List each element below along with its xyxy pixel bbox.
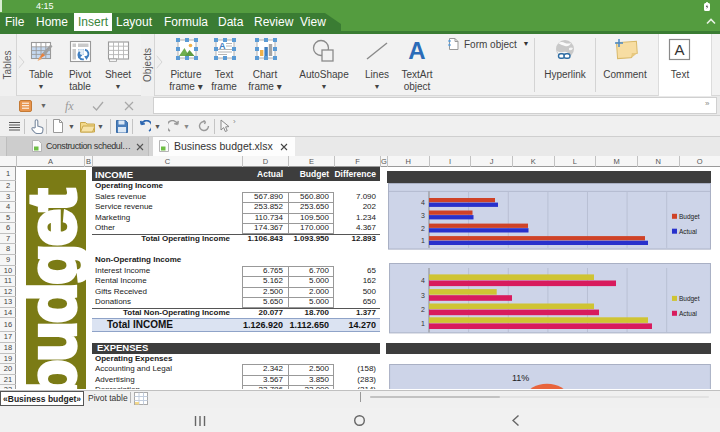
svg-text:Actual: Actual: [679, 310, 697, 317]
svg-text:4: 4: [421, 278, 425, 285]
svg-text:1: 1: [421, 320, 425, 327]
svg-text:Actual: Actual: [679, 228, 697, 235]
svg-text:1: 1: [421, 238, 425, 245]
svg-text:2: 2: [421, 225, 425, 232]
svg-text:3: 3: [421, 212, 425, 219]
svg-text:4: 4: [421, 200, 425, 207]
svg-text:2: 2: [421, 307, 425, 314]
svg-text:Budget: Budget: [679, 295, 700, 303]
svg-text:A: A: [674, 41, 684, 58]
svg-text:3: 3: [421, 292, 425, 299]
svg-text:Budget: Budget: [679, 213, 700, 221]
svg-text:11%: 11%: [512, 374, 529, 384]
